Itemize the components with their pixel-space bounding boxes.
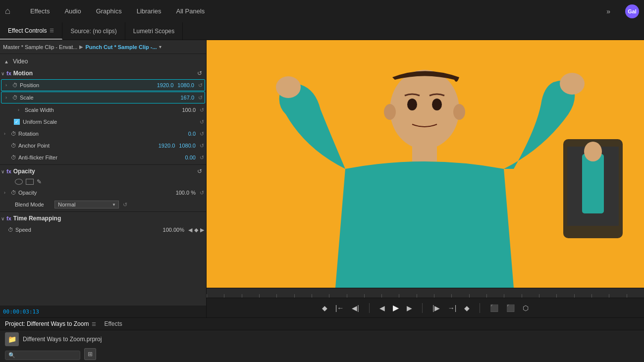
prev-frame-btn[interactable]: ◀ [377,302,387,314]
search-input[interactable] [17,352,77,358]
anchor-point-value-y[interactable]: 1080.0 [179,143,196,149]
clip-chevron-icon[interactable]: ▾ [159,44,161,50]
svg-point-1 [390,70,459,149]
blend-mode-select[interactable]: Normal Dissolve Darken Multiply [54,201,119,208]
opacity-reset-icon[interactable]: ↺ [197,168,202,175]
ruler-mark [417,294,434,298]
anti-flicker-value[interactable]: 0.00 [185,155,196,160]
bottom-tab-effects[interactable]: Effects [104,320,122,327]
speed-row: ⏱ Speed 100.00% ◀ ◆ ▶ [0,224,206,236]
play-btn[interactable]: ▶ [391,301,401,314]
tab-effect-controls-menu[interactable]: ☰ [50,28,54,33]
ruler-mark [347,294,364,298]
motion-reset-icon[interactable]: ↺ [197,70,202,77]
scale-value[interactable]: 167.0 [180,95,194,101]
position-value-x[interactable]: 1920.0 [157,82,174,88]
anchor-stopwatch-icon[interactable]: ⏱ [11,143,16,149]
speed-prev-icon[interactable]: ◀ [188,227,192,233]
expand-panels-icon[interactable]: » [606,7,610,15]
motion-collapse-icon[interactable]: ∨ [1,71,4,76]
blend-mode-reset-btn[interactable]: ↺ [123,202,127,208]
anti-flicker-reset-btn[interactable]: ↺ [200,155,204,161]
anti-flicker-stopwatch-icon[interactable]: ⏱ [11,155,16,160]
bottom-tab-project[interactable]: Project: Different Ways to Zoom ☰ [5,320,96,327]
tab-effect-controls[interactable]: Effect Controls ☰ [0,22,62,40]
mark-in-btn[interactable]: ◆ [320,302,329,314]
rotation-expand-icon[interactable]: › [4,131,9,136]
opacity-value-reset-btn[interactable]: ↺ [200,190,204,196]
tab-source[interactable]: Source: (no clips) [62,22,125,40]
go-to-out-point-btn[interactable]: →| [446,302,459,314]
go-to-in-point-btn[interactable]: |← [333,302,346,314]
ruler-mark [574,294,591,298]
opacity-collapse-icon[interactable]: ∨ [1,169,4,174]
speed-keyframe-icon[interactable]: ◆ [194,227,198,233]
nav-all-panels[interactable]: All Panels [176,7,205,15]
time-remap-collapse-icon[interactable]: ∨ [1,216,4,221]
mark-out-btn[interactable]: ◆ [462,302,472,314]
nav-graphics[interactable]: Graphics [96,7,122,15]
next-frame-btn[interactable]: ▶ [405,302,414,314]
speed-next-icon[interactable]: ▶ [200,227,204,233]
rotation-value[interactable]: 0.0 [188,131,196,137]
speed-nav-arrows: ◀ ◆ ▶ [188,227,204,233]
video-preview [207,40,644,288]
bottom-tab-bar: Project: Different Ways to Zoom ☰ Effect… [0,318,644,330]
punch-cut-name[interactable]: Punch Cut * Sample Clip -... [85,44,157,50]
uniform-scale-label: Uniform Scale [23,119,200,125]
opacity-expand-icon[interactable]: › [4,190,9,195]
scale-reset-btn[interactable]: ↺ [198,95,203,101]
tab-lumetri[interactable]: Lumetri Scopes [125,22,183,40]
transport-group-right: |▶ →| ◆ [430,302,472,314]
scale-width-value[interactable]: 100.0 [182,107,196,113]
position-stopwatch-icon[interactable]: ⏱ [12,82,18,88]
step-forward-btn[interactable]: |▶ [430,302,442,314]
anti-flicker-row: ⏱ Anti-flicker Filter 0.00 ↺ [0,152,206,163]
import-btn[interactable]: ⊞ [84,348,96,360]
export-frame-btn[interactable]: ⬡ [521,302,531,314]
nav-audio[interactable]: Audio [64,7,81,15]
time-remap-header[interactable]: ∨ fx Time Remapping [0,213,206,224]
master-clip-name[interactable]: Master * Sample Clip - Envat... [3,44,77,50]
anchor-point-value-x[interactable]: 1920.0 [159,143,175,149]
opacity-value-row: › ⏱ Opacity 100.0 % ↺ [0,187,206,199]
speed-stopwatch-icon[interactable]: ⏱ [8,227,13,233]
position-expand-icon[interactable]: › [5,83,10,88]
step-back-btn[interactable]: ◀| [350,302,361,314]
tab-effect-controls-label: Effect Controls [8,27,47,34]
transport-bar: ◆ |← ◀| ◀ ▶ ▶ |▶ →| ◆ ⬛ ⬛ ⬡ [207,298,644,317]
uniform-scale-checkbox[interactable]: ✓ [14,119,20,125]
bottom-tab-effects-label: Effects [104,320,122,327]
overlay-btn[interactable]: ⬛ [504,302,517,314]
nav-effects[interactable]: Effects [30,7,50,15]
opacity-stopwatch-icon[interactable]: ⏱ [11,190,16,196]
scale-width-reset-btn[interactable]: ↺ [200,107,204,113]
effects-panel: ∨ fx Motion ↺ › ⏱ Position 1920.0 1080.0… [0,68,206,306]
bottom-tab-project-menu-icon[interactable]: ☰ [92,321,96,327]
home-icon[interactable]: ⌂ [5,6,10,16]
tab-lumetri-label: Lumetri Scopes [133,28,174,35]
tab-bar: Effect Controls ☰ Source: (no clips) Lum… [0,22,644,40]
scale-width-expand-icon[interactable]: › [18,107,23,112]
project-file-name: Different Ways to Zoom.prproj [23,336,102,343]
anchor-point-reset-btn[interactable]: ↺ [200,143,204,149]
opacity-section-header[interactable]: ∨ fx Opacity ↺ [0,166,206,177]
nav-libraries[interactable]: Libraries [137,7,161,15]
speed-value[interactable]: 100.00% [163,227,184,233]
position-value-y[interactable]: 1080.0 [177,82,194,88]
scale-stopwatch-icon[interactable]: ⏱ [12,95,18,101]
bottom-search-row: 🔍 ⊞ [5,348,102,360]
pen-mask-btn[interactable]: ✎ [37,178,42,185]
motion-section-header[interactable]: ∨ fx Motion ↺ [0,68,206,79]
rect-mask-btn[interactable] [26,179,34,185]
position-reset-btn[interactable]: ↺ [198,82,203,89]
ellipse-mask-btn[interactable] [15,179,23,185]
rotation-reset-btn[interactable]: ↺ [200,131,204,137]
opacity-value[interactable]: 100.0 % [176,190,196,196]
rotation-stopwatch-icon[interactable]: ⏱ [11,131,16,137]
insert-btn[interactable]: ⬛ [488,302,500,314]
opacity-fx-badge: fx [6,168,11,174]
user-avatar[interactable]: Gal [625,4,639,18]
uniform-scale-reset-btn[interactable]: ↺ [200,119,204,125]
scale-expand-icon[interactable]: › [5,95,10,100]
